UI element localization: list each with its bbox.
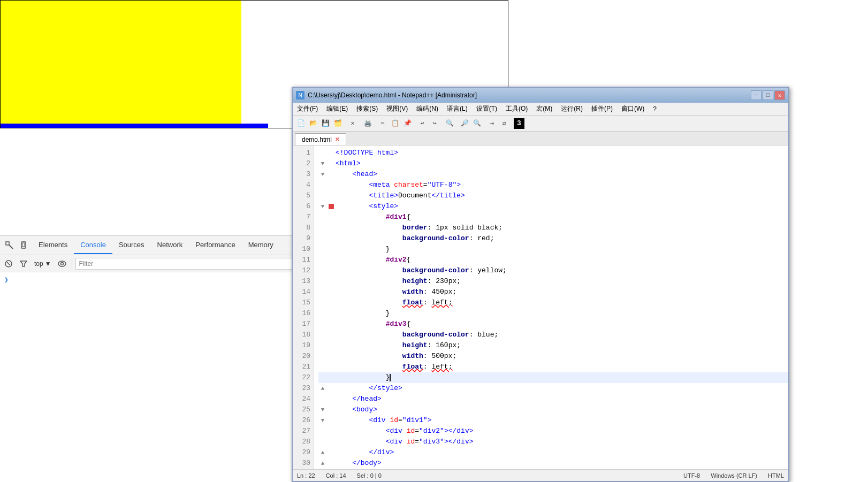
menu-file[interactable]: 文件(F) [293, 103, 322, 114]
bookmark-15 [327, 297, 336, 308]
new-file-btn[interactable]: 📄 [295, 118, 307, 129]
fold-2[interactable]: ▼ [318, 159, 327, 168]
copy-btn[interactable]: 📋 [389, 118, 401, 129]
menu-settings[interactable]: 设置(T) [472, 103, 501, 114]
fold-6[interactable]: ▼ [318, 202, 327, 211]
bookmark-21 [327, 362, 336, 372]
code-line-17: #div3{ [318, 319, 788, 330]
tab-network[interactable]: Network [151, 236, 189, 254]
menu-run[interactable]: 运行(R) [557, 103, 587, 114]
find-btn[interactable]: 🔍 [444, 118, 455, 129]
line-numbers-gutter: 1 2 3 4 5 6 7 8 9 10 11 12 13 14 15 16 1… [293, 146, 314, 469]
fold-3[interactable]: ▼ [318, 170, 327, 179]
fold-17[interactable] [318, 320, 327, 328]
code-line-18: background-color: blue; [318, 330, 788, 340]
context-dropdown[interactable]: top ▼ [32, 259, 54, 269]
print-btn[interactable]: 🖨️ [362, 118, 374, 129]
tab-performance[interactable]: Performance [189, 236, 241, 254]
fold-28[interactable] [318, 438, 327, 446]
fold-8[interactable] [318, 224, 327, 232]
fold-12[interactable] [318, 266, 327, 275]
notepad-file-tabs: demo.html ✕ [293, 132, 788, 146]
code-line-19: height: 160px; [318, 340, 788, 351]
redo-btn[interactable]: ↪️ [429, 118, 440, 129]
fold-18[interactable] [318, 331, 327, 339]
dropdown-arrow-icon: ▼ [45, 260, 51, 267]
inspect-element-icon[interactable] [2, 238, 17, 253]
code-line-14: width: 450px; [318, 287, 788, 297]
zoom-out-btn[interactable]: 🔍 [471, 118, 483, 129]
menu-search[interactable]: 搜索(S) [352, 103, 382, 114]
menu-macro[interactable]: 宏(M) [532, 103, 557, 114]
fold-23[interactable]: ▲ [318, 384, 327, 393]
statusbar-ln: Ln : 22 [297, 472, 315, 479]
tab-memory[interactable]: Memory [242, 236, 280, 254]
fold-15[interactable] [318, 299, 327, 307]
fold-4[interactable] [318, 181, 327, 189]
fold-10[interactable] [318, 245, 327, 254]
fold-16[interactable] [318, 309, 327, 318]
menu-help[interactable]: ? [649, 104, 661, 114]
menu-window[interactable]: 窗口(W) [617, 103, 649, 114]
fold-11[interactable] [318, 256, 327, 264]
fold-22[interactable] [318, 373, 327, 382]
cut-btn[interactable]: ✂️ [377, 118, 389, 129]
fold-7[interactable] [318, 213, 327, 221]
save-file-btn[interactable]: 💾 [319, 118, 331, 129]
file-tab-close-icon[interactable]: ✕ [335, 136, 339, 142]
bookmark-14 [327, 287, 336, 297]
code-editor-area[interactable]: <!DOCTYPE html> ▼ <html> ▼ <head> <meta … [314, 146, 788, 469]
indent-btn[interactable]: ⇥ [486, 118, 498, 129]
fold-21[interactable] [318, 363, 327, 371]
code-line-1: <!DOCTYPE html> [318, 148, 788, 158]
tab-console[interactable]: Console [74, 236, 112, 254]
minimize-button[interactable]: − [751, 90, 762, 100]
code-line-21: float: left; [318, 362, 788, 372]
fold-24[interactable] [318, 395, 327, 403]
save-all-btn[interactable]: 🗂️ [332, 118, 344, 129]
zoom-in-btn[interactable]: 🔎 [459, 118, 470, 129]
fold-27[interactable] [318, 427, 327, 435]
menu-plugins[interactable]: 插件(P) [587, 103, 617, 114]
file-tab-label: demo.html [302, 136, 332, 143]
svg-line-1 [9, 245, 13, 249]
code-line-11: #div2{ [318, 255, 788, 265]
menu-tools[interactable]: 工具(O) [501, 103, 532, 114]
menu-language[interactable]: 语言(L) [443, 103, 472, 114]
code-line-16: } [318, 308, 788, 319]
device-mode-icon[interactable] [17, 238, 32, 253]
fold-14[interactable] [318, 288, 327, 296]
filter-icon[interactable] [17, 257, 30, 270]
close-button[interactable]: ✕ [774, 90, 785, 100]
fold-20[interactable] [318, 352, 327, 361]
menu-encoding[interactable]: 编码(N) [412, 103, 443, 114]
fold-5[interactable] [318, 192, 327, 200]
console-filter-input[interactable] [75, 258, 295, 270]
bookmark-24 [327, 394, 336, 404]
file-tab-demo[interactable]: demo.html ✕ [295, 133, 346, 145]
fold-29[interactable]: ▲ [318, 448, 327, 457]
close-file-btn[interactable]: ✕ [347, 118, 359, 129]
sync-scroll-btn[interactable]: ⇄ [498, 118, 510, 129]
menu-edit[interactable]: 编辑(E) [322, 103, 352, 114]
bookmark-2 [327, 158, 336, 169]
eye-icon[interactable] [56, 257, 68, 270]
fold-25[interactable]: ▼ [318, 406, 327, 414]
tab-sources[interactable]: Sources [112, 236, 151, 254]
code-line-9: background-color: red; [318, 233, 788, 244]
fold-19[interactable] [318, 341, 327, 350]
fold-9[interactable] [318, 234, 327, 243]
menu-view[interactable]: 视图(V) [382, 103, 412, 114]
svg-marker-6 [20, 261, 27, 266]
fold-13[interactable] [318, 277, 327, 286]
macro-record-btn[interactable]: 3 [514, 118, 524, 129]
undo-btn[interactable]: ↩️ [416, 118, 428, 129]
maximize-button[interactable]: □ [763, 90, 773, 100]
open-file-btn[interactable]: 📂 [307, 118, 319, 129]
clear-console-icon[interactable] [2, 257, 15, 270]
fold-30[interactable]: ▲ [318, 459, 327, 468]
fold-1[interactable] [318, 149, 327, 157]
fold-26[interactable]: ▼ [318, 416, 327, 425]
paste-btn[interactable]: 📌 [401, 118, 413, 129]
tab-elements[interactable]: Elements [32, 236, 74, 254]
